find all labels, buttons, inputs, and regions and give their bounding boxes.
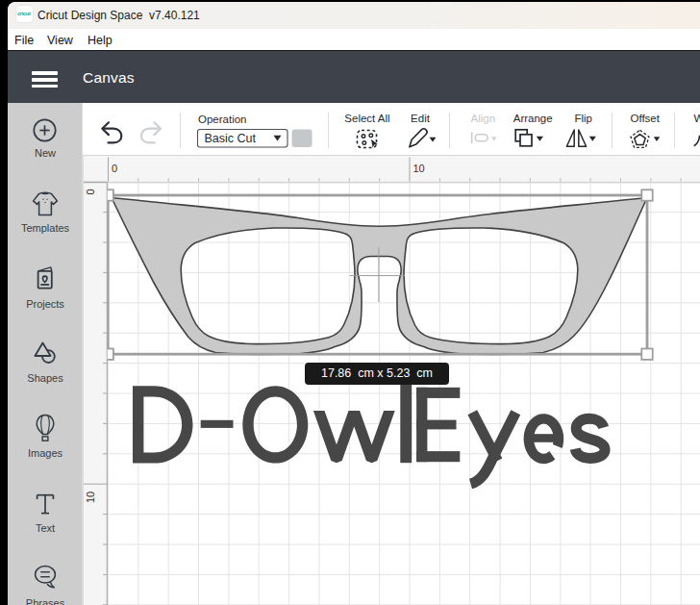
svg-text:Projects: Projects [26, 298, 64, 310]
svg-text:Select All: Select All [344, 113, 389, 124]
svg-text:Offset: Offset [630, 113, 660, 124]
svg-text:Templates: Templates [21, 222, 70, 234]
svg-text:Flip: Flip [574, 113, 592, 124]
svg-text:New: New [35, 147, 56, 159]
svg-text:10: 10 [413, 163, 425, 174]
svg-text:Edit: Edit [411, 113, 431, 124]
svg-text:W: W [694, 113, 700, 124]
svg-text:Phrases: Phrases [26, 597, 65, 605]
svg-text:Shapes: Shapes [27, 372, 63, 384]
svg-text:Text: Text [36, 522, 55, 534]
svg-text:Align: Align [471, 113, 496, 124]
svg-text:Arrange: Arrange [513, 113, 553, 124]
svg-text:10: 10 [85, 492, 96, 503]
svg-text:Basic Cut: Basic Cut [205, 132, 257, 145]
svg-text:Operation: Operation [198, 113, 247, 125]
svg-text:0: 0 [112, 163, 117, 174]
svg-text:0: 0 [85, 189, 96, 194]
svg-text:Images: Images [28, 447, 63, 459]
